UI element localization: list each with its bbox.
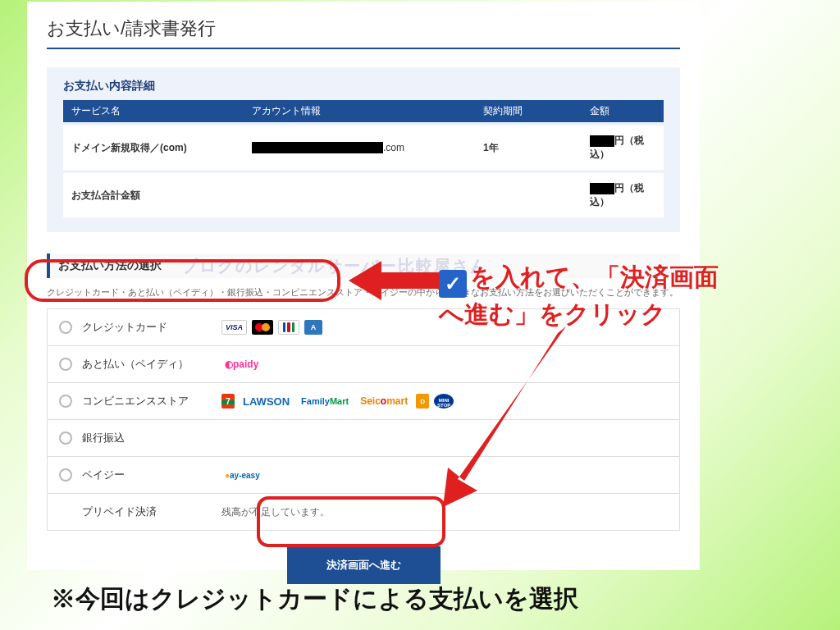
cell-total-amount: 円（税込） bbox=[582, 171, 664, 217]
annotation-callout: ✓を入れて、「決済画面 へ進む」をクリック bbox=[439, 261, 824, 331]
daily-icon: D bbox=[416, 394, 429, 409]
familymart-icon: FamilyMart bbox=[298, 394, 352, 409]
radio-icon[interactable] bbox=[59, 321, 72, 334]
payment-method-list: クレジットカード VISA A あと払い（ペイディ） paidy コンビニエンス… bbox=[47, 308, 680, 530]
table-row: ドメイン新規取得／(com) .com 1年 円（税込） bbox=[63, 124, 664, 171]
annotation-footnote: ※今回はクレジットカードによる支払いを選択 bbox=[51, 582, 789, 616]
cell-total-label: お支払合計金額 bbox=[63, 171, 244, 217]
method-label: あと払い（ペイディ） bbox=[82, 357, 221, 372]
method-paidy[interactable]: あと払い（ペイディ） paidy bbox=[47, 345, 680, 383]
cell-amount: 円（税込） bbox=[582, 124, 664, 171]
seicomart-icon: Seicomart bbox=[357, 394, 411, 409]
cell-account: .com bbox=[244, 124, 475, 171]
credit-card-logos: VISA A bbox=[221, 320, 322, 335]
payment-details-heading: お支払い内容詳細 bbox=[63, 79, 664, 94]
method-label: ペイジー bbox=[82, 468, 221, 482]
jcb-icon bbox=[278, 320, 299, 335]
radio-icon[interactable] bbox=[59, 358, 72, 371]
redacted-amount bbox=[590, 135, 614, 147]
payment-details-table: サービス名 アカウント情報 契約期間 金額 ドメイン新規取得／(com) .co… bbox=[63, 100, 664, 217]
col-period: 契約期間 bbox=[475, 100, 582, 124]
checkbox-icon: ✓ bbox=[439, 270, 467, 298]
method-label: クレジットカード bbox=[82, 320, 221, 335]
page-title: お支払い/請求書発行 bbox=[47, 16, 680, 49]
payeasy-icon: ay-easy bbox=[221, 468, 263, 482]
cell-period: 1年 bbox=[475, 124, 582, 171]
radio-icon[interactable] bbox=[59, 431, 72, 445]
radio-icon[interactable] bbox=[59, 395, 72, 408]
method-payeasy[interactable]: ペイジー ay-easy bbox=[47, 456, 680, 494]
radio-icon[interactable] bbox=[59, 468, 72, 482]
method-label: 銀行振込 bbox=[82, 431, 221, 445]
col-service: サービス名 bbox=[63, 100, 244, 124]
prepaid-insufficient-note: 残高が不足しています。 bbox=[221, 505, 330, 519]
col-amount: 金額 bbox=[582, 100, 664, 124]
method-label: プリペイド決済 bbox=[82, 504, 221, 519]
method-label: コンビニエンスストア bbox=[82, 394, 221, 409]
redacted-account bbox=[252, 142, 383, 153]
visa-icon: VISA bbox=[221, 320, 247, 335]
paidy-icon: paidy bbox=[221, 357, 262, 372]
method-bank-transfer[interactable]: 銀行振込 bbox=[47, 419, 680, 457]
submit-wrap: 決済画面へ進む bbox=[47, 546, 680, 584]
table-row-total: お支払合計金額 円（税込） bbox=[63, 171, 664, 217]
redacted-total bbox=[590, 183, 614, 194]
method-convenience-store[interactable]: コンビニエンスストア 7 LAWSON FamilyMart Seicomart… bbox=[47, 382, 680, 420]
mastercard-icon bbox=[252, 320, 273, 335]
ministop-icon: MINI STOP bbox=[434, 394, 454, 409]
amex-icon: A bbox=[304, 320, 322, 335]
method-prepaid: プリペイド決済 残高が不足しています。 bbox=[47, 493, 680, 531]
cell-service: ドメイン新規取得／(com) bbox=[63, 124, 244, 171]
payment-details-box: お支払い内容詳細 サービス名 アカウント情報 契約期間 金額 ドメイン新規取得／… bbox=[47, 67, 680, 232]
col-account: アカウント情報 bbox=[244, 100, 475, 124]
lawson-icon: LAWSON bbox=[240, 394, 293, 409]
seveneleven-icon: 7 bbox=[221, 394, 235, 409]
proceed-to-payment-button[interactable]: 決済画面へ進む bbox=[287, 546, 441, 584]
